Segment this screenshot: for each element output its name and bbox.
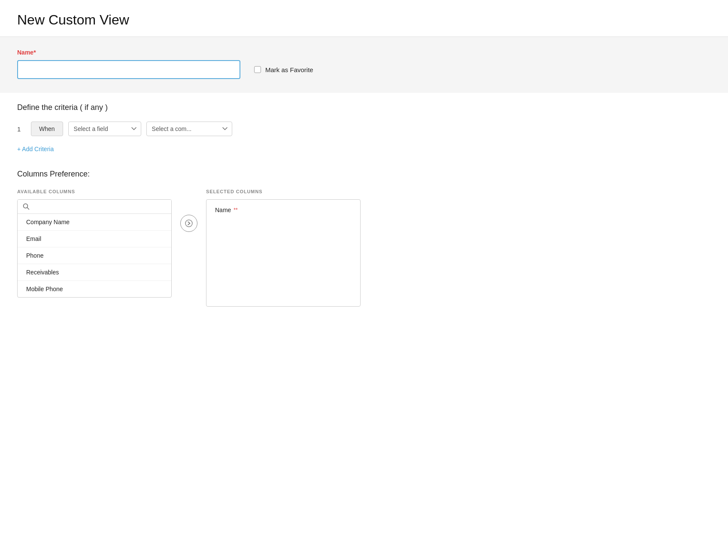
selected-item-name: Name ** <box>215 207 352 213</box>
name-input[interactable] <box>17 60 240 79</box>
list-item[interactable]: Email <box>18 231 171 247</box>
criteria-comparator-select[interactable]: Select a com... <box>146 122 232 136</box>
columns-section: Columns Preference: AVAILABLE COLUMNS Co… <box>0 163 728 324</box>
available-columns-panel: AVAILABLE COLUMNS Company Name Email Pho… <box>17 189 172 298</box>
list-item[interactable]: Receivables <box>18 264 171 281</box>
selected-columns-panel: SELECTED COLUMNS Name ** <box>206 189 361 307</box>
search-icon <box>23 203 30 210</box>
add-criteria-link[interactable]: + Add Criteria <box>17 146 54 152</box>
favorite-row: Mark as Favorite <box>254 66 313 73</box>
name-label: Name* <box>17 49 711 56</box>
criteria-row-1: 1 When Select a field Select a com... <box>17 122 711 136</box>
available-list-box: Company Name Email Phone Receivables Mob… <box>17 199 172 298</box>
available-search-input[interactable] <box>33 203 166 210</box>
criteria-number: 1 <box>17 125 26 133</box>
page-header: New Custom View <box>0 0 728 37</box>
selected-columns-label: SELECTED COLUMNS <box>206 189 361 194</box>
name-row: Mark as Favorite <box>17 60 711 79</box>
available-search-row <box>18 200 171 214</box>
page-title: New Custom View <box>17 12 711 28</box>
selected-item-label: Name <box>215 207 231 213</box>
criteria-when-button[interactable]: When <box>31 122 63 136</box>
arrow-right-icon <box>185 219 193 227</box>
favorite-label: Mark as Favorite <box>265 66 313 73</box>
available-columns-label: AVAILABLE COLUMNS <box>17 189 172 194</box>
transfer-button[interactable] <box>180 215 197 232</box>
favorite-checkbox[interactable] <box>254 66 261 73</box>
criteria-heading: Define the criteria ( if any ) <box>17 103 711 112</box>
svg-point-2 <box>185 220 192 227</box>
svg-line-1 <box>27 208 29 210</box>
transfer-button-area <box>172 189 206 232</box>
list-item[interactable]: Company Name <box>18 214 171 231</box>
available-list: Company Name Email Phone Receivables Mob… <box>18 214 171 297</box>
columns-layout: AVAILABLE COLUMNS Company Name Email Pho… <box>17 189 711 307</box>
criteria-section: Define the criteria ( if any ) 1 When Se… <box>0 93 728 163</box>
selected-box: Name ** <box>206 199 361 307</box>
required-star: ** <box>234 207 237 213</box>
criteria-field-select[interactable]: Select a field <box>68 122 141 136</box>
columns-heading: Columns Preference: <box>17 170 711 179</box>
name-section: Name* Mark as Favorite <box>0 37 728 93</box>
list-item[interactable]: Mobile Phone <box>18 281 171 297</box>
list-item[interactable]: Phone <box>18 247 171 264</box>
